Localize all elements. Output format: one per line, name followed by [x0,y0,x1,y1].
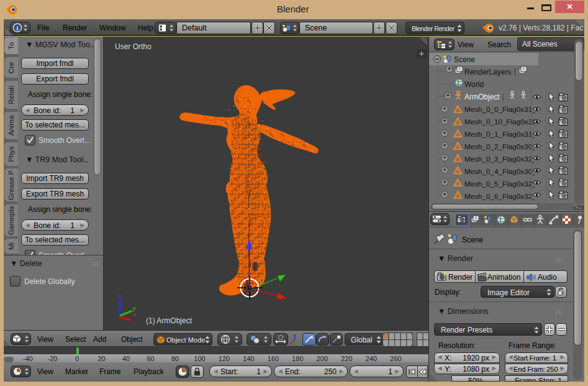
svg-text:User Ortho: User Ortho [115,42,152,51]
svg-text:i: i [17,25,19,32]
svg-text:z: z [119,292,122,298]
svg-text:y: y [133,305,136,311]
svg-text:x: x [133,311,136,318]
svg-text:(1) ArmObject: (1) ArmObject [146,316,192,325]
